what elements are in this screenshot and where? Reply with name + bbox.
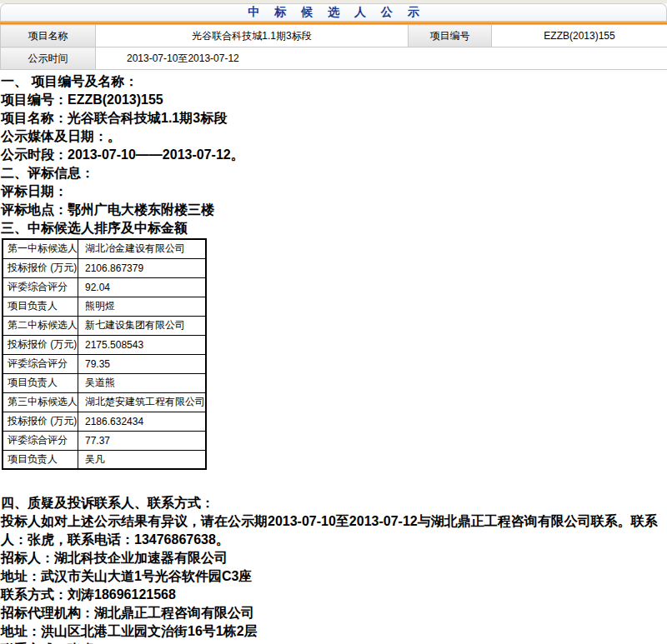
row-value: 79.35 — [78, 354, 207, 373]
page-title: 中 标 候 选 人 公 示 — [242, 5, 424, 20]
table-row: 投标报价 (万元) 2175.508543 — [3, 335, 206, 354]
table-row: 第二中标候选人 新七建设集团有限公司 — [3, 316, 206, 335]
row-value: 湖北楚安建筑工程有限公司 — [78, 392, 207, 412]
objection-paragraph: 投标人如对上述公示结果有异议，请在公示期2013-07-10至2013-07-1… — [1, 512, 667, 549]
project-info-table: 项目名称 光谷联合科技城1.1期3标段 项目编号 EZZB(2013)155 公… — [0, 24, 667, 70]
row-label: 第一中标候选人 — [3, 239, 78, 258]
row-value: 2106.867379 — [78, 258, 207, 277]
tenderee-contact-line: 联系方式：刘涛18696121568 — [1, 586, 667, 604]
title-bar: 中 标 候 选 人 公 示 — [0, 3, 667, 21]
section-2-title: 二、评标信息： — [1, 164, 667, 182]
info-row-2: 公示时间 2013-07-10至2013-07-12 — [1, 47, 667, 70]
table-row: 项目负责人 吴道熊 — [3, 373, 206, 392]
row-value: 77.37 — [78, 431, 207, 450]
table-row: 投标报价 (万元) 2106.867379 — [3, 258, 206, 277]
contact-section: 四、质疑及投诉联系人、联系方式： 投标人如对上述公示结果有异议，请在公示期201… — [0, 494, 667, 644]
row-value: 吴道熊 — [78, 373, 207, 392]
publicity-period-line: 公示时段：2013-07-10——2013-07-12。 — [1, 146, 667, 164]
row-value: 湖北冶金建设有限公司 — [78, 239, 207, 258]
row-value: 2186.632434 — [78, 412, 207, 431]
info-row-1: 项目名称 光谷联合科技城1.1期3标段 项目编号 EZZB(2013)155 — [1, 25, 667, 47]
row-label: 投标报价 (万元) — [3, 412, 78, 431]
tenderee-line: 招标人：湖北科技企业加速器有限公司 — [1, 549, 667, 567]
table-row: 项目负责人 熊明煜 — [3, 297, 206, 316]
section-4-title: 四、质疑及投诉联系人、联系方式： — [1, 494, 667, 512]
evaluation-date-line: 评标日期： — [1, 182, 667, 201]
table-row: 评委综合评分 92.04 — [3, 277, 206, 297]
project-no-label: 项目编号 — [409, 25, 492, 47]
table-row: 项目负责人 吴凡 — [3, 450, 206, 469]
row-value: 92.04 — [78, 277, 207, 297]
project-name-value: 光谷联合科技城1.1期3标段 — [96, 25, 409, 47]
table-row: 第一中标候选人 湖北冶金建设有限公司 — [3, 239, 206, 258]
row-label: 评委综合评分 — [3, 431, 78, 450]
row-label: 项目负责人 — [3, 297, 78, 316]
evaluation-place-line: 评标地点：鄂州广电大楼东附楼三楼 — [1, 201, 667, 219]
table-row: 投标报价 (万元) 2186.632434 — [3, 412, 206, 431]
row-label: 评委综合评分 — [3, 354, 78, 373]
row-value: 2175.508543 — [78, 335, 207, 354]
row-value: 吴凡 — [78, 450, 207, 469]
section-1-title: 一、 项目编号及名称： — [1, 72, 667, 91]
agency-line: 招标代理机构：湖北鼎正工程咨询有限公司 — [1, 604, 667, 622]
agency-contact-line: 联系方式：张虎13476867638 — [1, 641, 667, 644]
row-label: 项目负责人 — [3, 450, 78, 469]
row-value: 熊明煜 — [78, 297, 207, 316]
row-label: 评委综合评分 — [3, 277, 78, 297]
table-row: 第三中标候选人 湖北楚安建筑工程有限公司 — [3, 392, 206, 412]
notice-body: 一、 项目编号及名称： 项目编号：EZZB(2013)155 项目名称：光谷联合… — [0, 72, 667, 237]
table-row: 评委综合评分 77.37 — [3, 431, 206, 450]
section-3-title: 三、中标候选人排序及中标金额 — [1, 219, 667, 237]
row-label: 第三中标候选人 — [3, 392, 78, 412]
publicity-media-line: 公示媒体及日期：。 — [1, 127, 667, 146]
row-label: 投标报价 (万元) — [3, 258, 78, 277]
table-row: 评委综合评分 79.35 — [3, 354, 206, 373]
agency-address-line: 地址：洪山区北港工业园文治街16号1栋2层 — [1, 622, 667, 641]
publicity-time-value: 2013-07-10至2013-07-12 — [96, 47, 667, 70]
row-value: 新七建设集团有限公司 — [78, 316, 207, 335]
publicity-time-label: 公示时间 — [1, 47, 96, 70]
tenderee-address-line: 地址：武汉市关山大道1号光谷软件园C3座 — [1, 567, 667, 586]
project-name-line: 项目名称：光谷联合科技城1.1期3标段 — [1, 109, 667, 127]
project-no-value: EZZB(2013)155 — [492, 25, 667, 47]
project-no-line: 项目编号：EZZB(2013)155 — [1, 91, 667, 109]
candidates-table: 第一中标候选人 湖北冶金建设有限公司 投标报价 (万元) 2106.867379… — [2, 238, 207, 470]
row-label: 第二中标候选人 — [3, 316, 78, 335]
row-label: 项目负责人 — [3, 373, 78, 392]
row-label: 投标报价 (万元) — [3, 335, 78, 354]
project-name-label: 项目名称 — [1, 25, 96, 47]
